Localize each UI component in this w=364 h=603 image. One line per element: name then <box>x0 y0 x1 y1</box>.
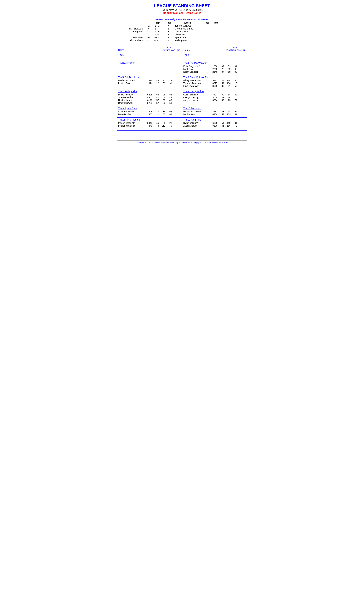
player-row: Luke Swiatnicki 3569 39 91 59 <box>183 85 246 87</box>
team-4-header: Tm 4 Ten Pin Wizards <box>183 62 207 64</box>
player-hcp: 77 <box>231 99 237 102</box>
team-5-header: Tm 5 Ball Breakers <box>118 76 139 79</box>
player-gms: 37 <box>152 110 159 113</box>
player-ave: 107 <box>159 99 165 102</box>
lane-assign-title: ---------- Lane Assignments For Week No.… <box>117 18 247 21</box>
player-ave: 88 <box>159 110 165 113</box>
player-row: Thomas Brandon 8975 54 166 0 <box>183 82 246 84</box>
player-ave: 59 <box>224 65 231 68</box>
player-ave: 73 <box>224 99 231 102</box>
player-name: Madelyn Knaak* <box>118 79 146 82</box>
player-gms: 46 <box>152 125 159 127</box>
player-row: Colton Bulloch* 3268 37 88 62 <box>118 110 181 113</box>
player-name: Dane Borths <box>118 113 146 116</box>
player-pins: 2149 <box>211 70 217 73</box>
team-11-header: Tm 11 Pin Crushers <box>118 118 140 121</box>
player-pins: 6126 <box>146 99 152 102</box>
team-6-block: Tm 6 Great Balls of Fire Mikey Beaumont*… <box>182 75 247 89</box>
hcp-label-right: Hcp <box>241 49 246 51</box>
player-gms: 48 <box>217 79 224 82</box>
player-name: Drew Lukowski <box>118 102 146 104</box>
player-ave: 109 <box>224 113 231 116</box>
player-ave: 62 <box>159 113 165 116</box>
column-headers: Name Total Pins Gms Ave Hcp Name Total P… <box>117 46 247 52</box>
player-ave: 114 <box>224 79 231 82</box>
team-1-header: Tm 1 <box>118 53 124 56</box>
player-hcp: 58 <box>165 102 172 104</box>
player-row: Nolan Johnson 2149 37 58 92 <box>183 70 246 73</box>
player-gms: 32 <box>217 65 224 68</box>
col-name-left: Name <box>118 49 158 51</box>
player-row: Ian Bentley 6250 57 109 41 <box>183 113 246 116</box>
league-name: Monday Maniacs - Dome Lanes <box>117 12 247 14</box>
team-9-players: Colton Bulloch* 3268 37 88 62 Dane Borth… <box>118 110 181 116</box>
team-11-players: Masen Wozniak* 5943 46 129 21 Braden Woz… <box>118 122 181 127</box>
player-hcp: 59 <box>231 85 237 87</box>
player-name: Caelyn Selsing* <box>183 96 211 99</box>
team-2-block: Tm 2 <box>182 53 247 61</box>
player-hcp: 0 <box>231 125 237 127</box>
player-row: Mikey Beaumont* 5483 48 114 36 <box>183 79 246 82</box>
player-pins: 3427 <box>211 93 217 96</box>
player-hcp: 82 <box>231 93 237 96</box>
player-ave: 129 <box>159 122 165 124</box>
player-hcp: 0 <box>231 82 237 84</box>
team-1-block: Tm 1 <box>117 53 182 61</box>
team-4-players: Koty Bergstrom* 1888 32 59 91 Mark Ehle … <box>183 65 246 73</box>
player-row: Haiden Laurin 6126 57 107 43 <box>118 99 181 102</box>
player-hcp: 76 <box>231 96 237 99</box>
total-label-left: Total <box>167 46 171 49</box>
team-6-header: Tm 6 Great Balls of Fire <box>183 76 209 79</box>
player-hcp: 92 <box>231 70 237 73</box>
player-gms: 53 <box>152 93 159 96</box>
team-9-block: Tm 9 Spare Time Colton Bulloch* 3268 37 … <box>117 106 182 117</box>
team-5-players: Madelyn Knaak* 3416 44 77 73 Peyton Bosc… <box>118 79 181 84</box>
player-ave: 68 <box>224 93 231 96</box>
player-ave: 186 <box>224 125 231 127</box>
footer: Licensed To: The Dome Lanes Perfect Secr… <box>117 140 247 144</box>
player-row: Madelyn Knaak* 3416 44 77 73 <box>118 79 181 82</box>
player-name: Koty Bergstrom* <box>183 65 211 68</box>
teams-container: Tm 1 Tm 2 Tm 3 Alley Cats Tm 4 Ten Pin W… <box>117 53 247 131</box>
player-hcp: 31 <box>231 122 237 124</box>
col-name-right: Name <box>184 49 224 51</box>
player-row: Caelyn Selsing* 3660 49 74 76 <box>183 96 246 99</box>
player-pins: 1303 <box>146 113 152 116</box>
player-gms: 46 <box>152 122 159 124</box>
lane-row-2: Ball Breakers 5 3 - 4 6 Great Balls of F… <box>117 27 247 30</box>
player-pins: 6250 <box>211 113 217 116</box>
player-row: Peyton Bosch 1314 22 59 91 <box>118 82 181 84</box>
team-9-header: Tm 9 Spare Time <box>118 107 137 110</box>
player-pins: 4382 <box>146 96 152 99</box>
teams-row-2: Tm 3 Alley Cats Tm 4 Ten Pin Wizards Kot… <box>117 61 247 75</box>
lane-assignments-section: ---------- Lane Assignments For Week No.… <box>117 17 247 43</box>
player-pins: 5268 <box>146 102 152 104</box>
player-pins: 3660 <box>211 96 217 99</box>
team-4-block: Tm 4 Ten Pin Wizards Koty Bergstrom* 188… <box>182 61 247 75</box>
player-gms: 57 <box>152 99 159 102</box>
pins-label-left: Pins <box>158 49 165 51</box>
team-8-header: Tm 8 Lucky Strikes <box>183 90 204 93</box>
player-pins: 8975 <box>211 82 217 84</box>
team-10-block: Tm 10 Fort Knox Elijah Gustafson* 4731 4… <box>182 106 247 117</box>
player-row: Dylan Jakups* 6069 51 119 31 <box>183 122 246 124</box>
player-row: Braden Wozniak 7449 46 161 0 <box>118 125 181 127</box>
ave-label-left: Ave <box>170 49 175 51</box>
lane-row-1: 2 1 - 2 4 Ten Pin Wizards <box>117 24 247 27</box>
team-5-block: Tm 5 Ball Breakers Madelyn Knaak* 3416 4… <box>117 75 182 89</box>
player-ave: 82 <box>224 68 231 70</box>
player-hcp: 91 <box>165 82 172 84</box>
player-hcp: 36 <box>231 79 237 82</box>
player-gms: 41 <box>152 96 159 99</box>
player-gms: 48 <box>217 110 224 113</box>
player-name: Collin Schulke <box>183 93 211 96</box>
player-row: Drew Lukowski 5268 57 92 58 <box>118 102 181 104</box>
player-hcp: 43 <box>165 99 172 102</box>
player-pins: 5483 <box>211 79 217 82</box>
player-pins: 3834 <box>211 99 217 102</box>
player-pins: 7449 <box>146 125 152 127</box>
team-11-block: Tm 11 Pin Crushers Masen Wozniak* 5943 4… <box>117 118 182 130</box>
player-name: Masen Wozniak* <box>118 122 146 124</box>
team-6-players: Mikey Beaumont* 5483 48 114 36 Thomas Br… <box>183 79 246 87</box>
team-10-header: Tm 10 Fort Knox <box>183 107 202 110</box>
